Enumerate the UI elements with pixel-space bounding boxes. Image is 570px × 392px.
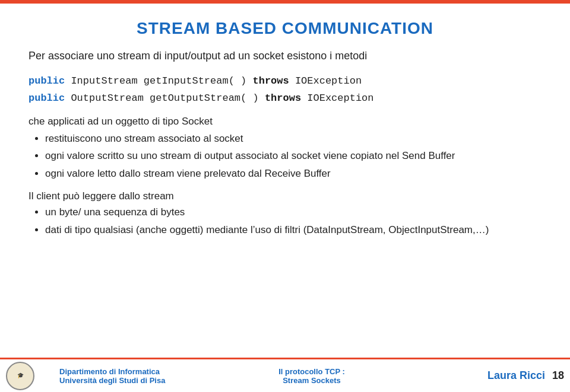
section2-text: Il client può leggere dallo stream <box>28 190 542 202</box>
logo-area: 🎓 <box>6 362 53 390</box>
footer-page: 18 <box>552 369 564 382</box>
bullet-list-2: un byte/ una sequenza di bytes dati di t… <box>45 205 542 237</box>
list-item: un byte/ una sequenza di bytes <box>45 205 542 220</box>
code-exc-1: IOException <box>289 75 362 87</box>
bullet-list-1: restituiscono uno stream associato al so… <box>45 131 542 181</box>
keyword-public-2: public <box>28 93 65 104</box>
dept-univ: Università degli Studi di Pisa <box>59 376 227 385</box>
code-text-1: InputStream getInputStream( ) <box>65 75 252 87</box>
list-item: dati di tipo qualsiasi (anche oggetti) m… <box>45 222 542 238</box>
section1-text: che applicati ad un oggetto di tipo Sock… <box>28 116 542 128</box>
page-title: STREAM BASED COMMUNICATION <box>28 19 542 38</box>
footer-author: Laura Ricci <box>487 369 545 382</box>
code-exc-2: IOException <box>301 93 373 104</box>
code-text-2: OutputStream getOutputStream( ) <box>65 93 265 104</box>
list-item: ogni valore scritto su uno stream di out… <box>45 148 542 164</box>
footer-right: Laura Ricci 18 <box>396 369 564 382</box>
code-block: public InputStream getInputStream( ) thr… <box>28 73 542 107</box>
footer-dept: Dipartimento di Informatica Università d… <box>53 367 227 385</box>
code-line-1: public InputStream getInputStream( ) thr… <box>28 73 542 90</box>
university-logo: 🎓 <box>6 362 34 390</box>
code-line-2: public OutputStream getOutputStream( ) t… <box>28 90 542 107</box>
keyword-throws-2: throws <box>265 93 301 104</box>
dept-name: Dipartimento di Informatica <box>59 367 227 376</box>
keyword-throws-1: throws <box>252 75 289 87</box>
footer-bar: 🎓 Dipartimento di Informatica Università… <box>0 358 570 392</box>
logo-text: 🎓 <box>17 373 24 379</box>
intro-text: Per associare uno stream di input/output… <box>28 50 542 62</box>
footer-center-line2: Stream Sockets <box>227 376 395 385</box>
footer-center: Il protocollo TCP : Stream Sockets <box>227 367 395 385</box>
list-item: restituiscono uno stream associato al so… <box>45 131 542 146</box>
list-item: ogni valore letto dallo stream viene pre… <box>45 166 542 181</box>
keyword-public-1: public <box>28 75 65 87</box>
main-content: STREAM BASED COMMUNICATION Per associare… <box>0 4 570 237</box>
footer-center-line1: Il protocollo TCP : <box>227 367 395 376</box>
